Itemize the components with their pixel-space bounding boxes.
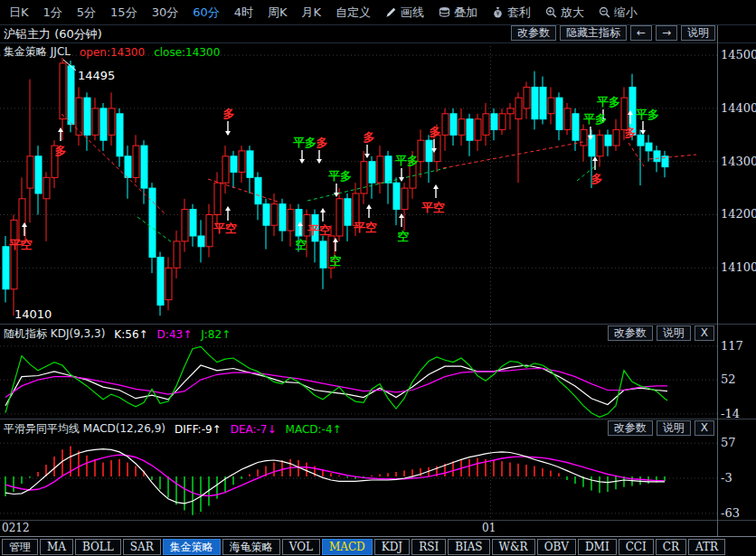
- toolbar-item-4[interactable]: 15分: [110, 5, 137, 21]
- macd-header: 平滑异同平均线 MACD(12,26,9) DIFF:-9↑ DEA:-7↓ M…: [4, 421, 342, 437]
- toolbar-item-label: 5分: [77, 5, 96, 21]
- macd-title: 平滑异同平均线 MACD(12,26,9): [4, 421, 165, 437]
- change-params-button[interactable]: 改参数: [511, 25, 556, 41]
- svg-text:多: 多: [625, 126, 637, 139]
- title-bar: 沪铝主力 (60分钟) 改参数隐藏主指标←→说明: [0, 25, 756, 42]
- tab-17-ATR[interactable]: ATR: [688, 539, 725, 555]
- toolbar-item-label: 1分: [43, 5, 62, 21]
- pencil-icon: [385, 6, 397, 18]
- x-axis-label-left: 0212: [2, 522, 30, 534]
- toolbar-item-label: 放大: [561, 5, 584, 21]
- toolbar-item-label: 30分: [152, 5, 179, 21]
- toolbar-item-5[interactable]: 30分: [152, 5, 179, 21]
- tab-16-CR[interactable]: CR: [656, 539, 686, 555]
- zoom-out-icon: [599, 6, 610, 18]
- zoom-in-icon: [545, 6, 557, 18]
- macd-axis-tick: -3: [721, 471, 755, 485]
- svg-text:多: 多: [223, 107, 235, 120]
- toolbar-item-label: 4时: [234, 5, 253, 21]
- macd-axis-tick: 57: [721, 436, 755, 449]
- tab-14-DMI[interactable]: DMI: [578, 539, 617, 555]
- toolbar-item-8[interactable]: 周K: [268, 5, 288, 21]
- toolbar-item-6[interactable]: 60分: [193, 5, 220, 21]
- close-value-label: close:14300: [154, 46, 220, 59]
- toolbar-item-10[interactable]: 自定义: [335, 5, 371, 21]
- close-button[interactable]: X: [695, 420, 714, 436]
- tab-3-BOLL[interactable]: BOLL: [75, 539, 121, 555]
- price-axis-tick: 14200: [721, 207, 755, 221]
- panel-separators: [0, 25, 756, 537]
- money-bag-icon: ¥: [492, 6, 504, 18]
- tab-9-KDJ[interactable]: KDJ: [374, 539, 410, 555]
- price-axis-tick: 14400: [721, 101, 755, 115]
- macd-axis-tick: -63: [721, 506, 755, 520]
- tab-15-CCI[interactable]: CCI: [619, 539, 654, 555]
- svg-text:多: 多: [55, 144, 67, 157]
- toolbar-item-11[interactable]: 画线: [385, 5, 424, 21]
- tab-10-RSI[interactable]: RSI: [411, 539, 446, 555]
- svg-text:平多: 平多: [597, 95, 620, 108]
- tab-5-集金策略[interactable]: 集金策略: [163, 539, 221, 555]
- symbol-title: 沪铝主力 (60分钟): [4, 26, 102, 42]
- price-axis-tick: 14100: [721, 260, 755, 274]
- svg-text:平多: 平多: [395, 154, 419, 167]
- help-button[interactable]: 说明: [657, 325, 691, 341]
- toolbar-item-7[interactable]: 4时: [234, 5, 253, 21]
- toolbar-item-14[interactable]: 放大: [545, 5, 584, 21]
- change-params-button[interactable]: 改参数: [608, 420, 653, 436]
- tab-13-OBV[interactable]: OBV: [537, 539, 576, 555]
- toolbar-item-12[interactable]: 叠加: [439, 5, 477, 21]
- svg-text:多: 多: [591, 172, 603, 185]
- next-button[interactable]: →: [656, 25, 677, 41]
- tab-11-BIAS[interactable]: BIAS: [448, 539, 489, 555]
- kdj-axis-tick: 52: [721, 372, 755, 386]
- toolbar-item-3[interactable]: 5分: [77, 5, 96, 21]
- tab-2-MA[interactable]: MA: [40, 539, 73, 555]
- svg-text:平空: 平空: [213, 221, 237, 235]
- title-bar-buttons: 改参数隐藏主指标←→说明: [511, 25, 715, 41]
- svg-text:多: 多: [364, 130, 375, 144]
- svg-text:多: 多: [317, 136, 328, 149]
- svg-text:平多: 平多: [636, 108, 659, 121]
- layers-icon: [439, 6, 450, 18]
- hide-main-indicator-button[interactable]: 隐藏主指标: [560, 25, 627, 41]
- help-button[interactable]: 说明: [657, 420, 691, 436]
- toolbar-item-label: 自定义: [335, 5, 371, 21]
- tab-12-W&R[interactable]: W&R: [492, 539, 535, 555]
- tab-1-管理[interactable]: 管理: [2, 539, 38, 555]
- help-button[interactable]: 说明: [681, 25, 715, 41]
- tab-4-SAR[interactable]: SAR: [123, 539, 161, 555]
- tab-7-VOL[interactable]: VOL: [282, 539, 320, 555]
- toolbar-item-label: 月K: [302, 5, 322, 21]
- toolbar-item-label: 周K: [268, 5, 288, 21]
- top-toolbar: 日K1分5分15分30分60分4时周K月K自定义画线叠加¥套利放大缩小: [0, 0, 756, 24]
- toolbar-item-label: 叠加: [454, 5, 477, 21]
- prev-button[interactable]: ←: [630, 25, 652, 41]
- kdj-k-value: K:56↑: [114, 328, 147, 341]
- svg-text:空: 空: [330, 254, 342, 268]
- change-params-button[interactable]: 改参数: [608, 325, 653, 341]
- toolbar-item-9[interactable]: 月K: [302, 5, 322, 21]
- x-axis-label-right: 01: [482, 522, 496, 534]
- toolbar-item-label: 套利: [507, 5, 531, 21]
- tab-8-MACD[interactable]: MACD: [322, 539, 373, 555]
- close-button[interactable]: X: [695, 325, 714, 341]
- price-axis-tick: 14300: [721, 155, 755, 168]
- svg-text:空: 空: [296, 238, 307, 251]
- tab-6-海龟策略[interactable]: 海龟策略: [222, 539, 280, 555]
- kdj-j-value: J:82↑: [201, 328, 231, 341]
- toolbar-item-13[interactable]: ¥套利: [492, 5, 531, 21]
- macd-macd-value: MACD:-4↑: [286, 423, 342, 436]
- svg-text:多: 多: [430, 125, 441, 138]
- svg-text:平多: 平多: [583, 112, 607, 126]
- kdj-lines-layer: [5, 346, 667, 417]
- main-chart-header: 集金策略 JJCL open:14300 close:14300: [4, 44, 220, 60]
- toolbar-item-15[interactable]: 缩小: [599, 5, 638, 21]
- toolbar-item-2[interactable]: 1分: [43, 5, 62, 21]
- candlestick-layer: [3, 58, 668, 316]
- kdj-d-value: D:43↑: [157, 328, 193, 341]
- svg-text:空: 空: [398, 230, 410, 243]
- toolbar-item-1[interactable]: 日K: [9, 5, 29, 21]
- kdj-axis-tick: -14: [721, 407, 755, 420]
- svg-text:¥: ¥: [496, 10, 500, 17]
